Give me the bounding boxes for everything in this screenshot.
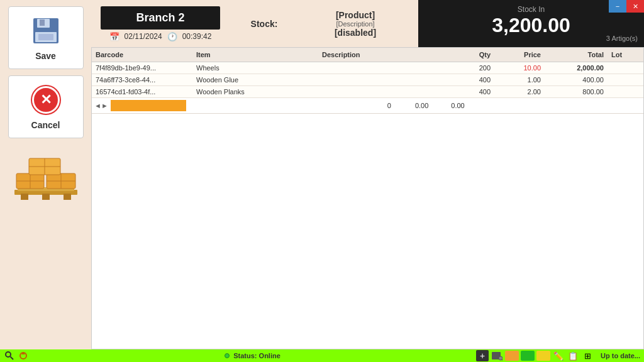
toolbar-center: Status: Online (225, 352, 280, 359)
refresh-icon (18, 351, 28, 361)
svg-rect-8 (42, 194, 50, 200)
cell-price-1: 10.00 (494, 62, 545, 74)
uptodate-label: Up to date... (601, 352, 640, 359)
col-item: Item (192, 49, 318, 60)
barcode-search-icon (491, 351, 502, 361)
cell-lot-1 (608, 62, 644, 74)
cell-desc-2 (318, 74, 444, 85)
row-arrows: ◄► (92, 102, 111, 109)
floppy-disk-icon (32, 17, 60, 45)
cell-total-new: 0.00 (451, 102, 464, 109)
cell-price-3: 2.00 (494, 86, 545, 97)
svg-rect-7 (21, 194, 28, 200)
datetime-row: 📅 02/11/2024 🕐 00:39:42 (109, 32, 212, 41)
cell-barcode-1: 7f4f89db-1be9-49... (92, 62, 192, 74)
minimize-button[interactable]: − (609, 0, 626, 13)
cell-qty-2: 400 (444, 74, 494, 85)
copy-icon-btn[interactable]: 📋 (567, 350, 579, 361)
orange-btn[interactable] (505, 351, 519, 361)
grid-icon-btn[interactable]: ⊞ (581, 350, 594, 361)
cell-desc-3 (318, 86, 444, 97)
col-total: Total (545, 49, 608, 60)
cell-desc-1 (318, 62, 444, 74)
col-qty: Qty (444, 49, 494, 60)
cell-item-1: Wheels (192, 62, 318, 74)
product-label: [Product] (336, 10, 375, 20)
cancel-x-icon: ✕ (32, 86, 60, 114)
save-button[interactable]: Save (8, 6, 84, 69)
cell-total-3: 800.00 (545, 86, 608, 97)
cell-qty-new: 0 (387, 102, 391, 109)
cancel-button[interactable]: ✕ Cancel (8, 75, 84, 138)
svg-point-22 (6, 352, 11, 357)
cell-total-1: 2,000.00 (545, 62, 608, 74)
toolbar-left (4, 350, 29, 361)
status-label: Status: Online (233, 352, 280, 359)
table-row[interactable]: 7f4f89db-1be9-49... Wheels 200 10.00 2,0… (92, 62, 643, 74)
stock-section: Stock: (230, 19, 292, 29)
add-icon-btn[interactable]: + (476, 350, 489, 361)
barcode-search-btn[interactable] (491, 350, 503, 361)
svg-rect-2 (40, 19, 45, 26)
col-description: Description (318, 49, 444, 60)
bottom-toolbar: Status: Online + ✏️ 📋 ⊞ Up to date... (0, 349, 644, 362)
total-amount: 3,200.00 (492, 14, 570, 37)
cell-total-2: 400.00 (545, 74, 608, 85)
toolbar-right: + ✏️ 📋 ⊞ Up to date... (476, 350, 640, 361)
product-section: [Product] [Description] [disabled] (292, 10, 418, 38)
cell-lot-2 (608, 74, 644, 85)
cancel-icon-area: ✕ (30, 84, 62, 116)
cell-price-2: 1.00 (494, 74, 545, 85)
green-btn[interactable] (521, 351, 535, 361)
table-row[interactable]: 74a6ff73-3ce8-44... Wooden Glue 400 1.00… (92, 74, 643, 86)
pencil-icon-btn[interactable]: ✏️ (552, 350, 565, 361)
disabled-label: [disabled] (335, 28, 376, 38)
stock-in-label: Stock In (518, 5, 545, 14)
status-dot (225, 353, 230, 358)
stock-label: Stock: (251, 19, 278, 29)
search-icon (4, 351, 14, 361)
description-label: [Description] (336, 20, 374, 28)
svg-rect-9 (64, 194, 71, 200)
header-area: Branch 2 📅 02/11/2024 🕐 00:39:42 Stock: … (91, 0, 644, 47)
main-content: Branch 2 📅 02/11/2024 🕐 00:39:42 Stock: … (91, 0, 644, 349)
cell-barcode-2: 74a6ff73-3ce8-44... (92, 74, 192, 85)
clock-icon: 🕐 (167, 32, 177, 41)
svg-line-23 (11, 357, 14, 360)
close-button[interactable]: ✕ (626, 0, 644, 13)
save-label: Save (35, 51, 56, 61)
cell-barcode-3: 16574cd1-fd03-4f... (92, 86, 192, 97)
search-icon-btn[interactable] (4, 350, 15, 361)
cell-item-2: Wooden Glue (192, 74, 318, 85)
calendar-icon: 📅 (109, 32, 119, 41)
branch-name: Branch 2 (101, 6, 220, 30)
sidebar: Save ✕ Cancel (0, 0, 91, 349)
svg-rect-4 (38, 34, 53, 40)
table-area: Barcode Item Description Qty Price Total… (91, 47, 644, 349)
cell-price-new: 0.00 (415, 102, 428, 109)
new-barcode-input[interactable] (111, 100, 186, 111)
refresh-icon-btn[interactable] (18, 350, 29, 361)
col-lot: Lot (608, 49, 644, 60)
cell-item-3: Wooden Planks (192, 86, 318, 97)
svg-line-28 (502, 359, 502, 361)
title-bar: − ✕ (609, 0, 644, 13)
table-body: 7f4f89db-1be9-49... Wheels 200 10.00 2,0… (92, 62, 643, 114)
col-price: Price (494, 49, 545, 60)
cell-qty-3: 400 (444, 86, 494, 97)
boxes-icon (11, 145, 80, 201)
col-barcode: Barcode (92, 49, 192, 60)
yellow-btn[interactable] (536, 351, 550, 361)
artigos-label: 3 Artigo(s) (606, 35, 644, 42)
table-header: Barcode Item Description Qty Price Total… (92, 48, 643, 62)
cancel-label: Cancel (31, 120, 60, 130)
cell-qty-1: 200 (444, 62, 494, 74)
table-row[interactable]: 16574cd1-fd03-4f... Wooden Planks 400 2.… (92, 86, 643, 98)
cell-lot-3 (608, 86, 644, 97)
branch-section: Branch 2 📅 02/11/2024 🕐 00:39:42 (91, 6, 230, 41)
save-icon-area (30, 14, 62, 47)
new-row[interactable]: ◄► 0 0.00 0.00 (92, 98, 643, 114)
date-display: 02/11/2024 (125, 32, 162, 41)
time-display: 00:39:42 (182, 32, 212, 41)
